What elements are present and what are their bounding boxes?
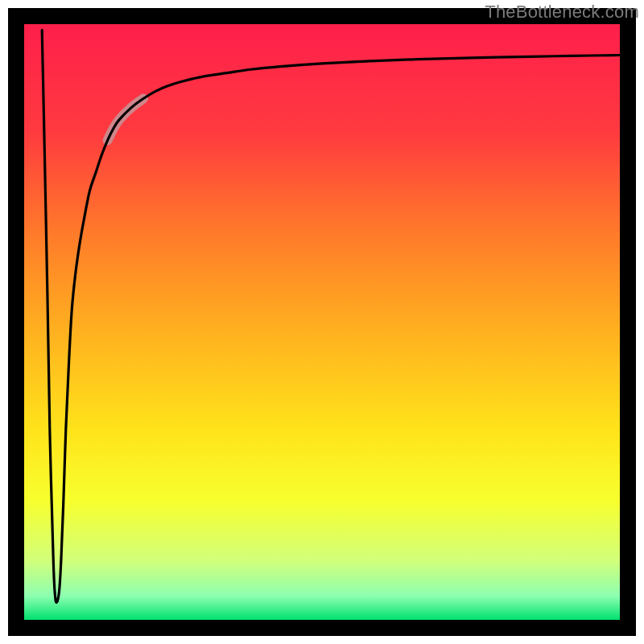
- plot-background: [24, 24, 620, 620]
- bottleneck-chart: [0, 0, 644, 644]
- watermark-text: TheBottleneck.com: [485, 2, 639, 23]
- chart-stage: TheBottleneck.com: [0, 0, 644, 644]
